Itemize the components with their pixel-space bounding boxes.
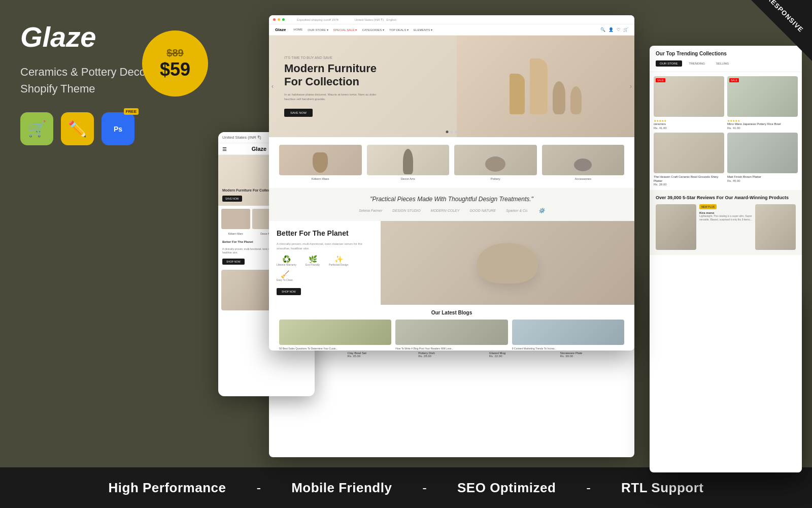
dp2-product-price-4: Rs. 45.00 bbox=[727, 179, 798, 182]
cat-pottery: Pottery bbox=[454, 145, 537, 180]
blog-item-2: How To Write A Blog Post Your Readers Wi… bbox=[395, 320, 507, 351]
blog-text-1: 50 Best Sales Questions To Determine You… bbox=[279, 347, 391, 351]
hero-prev-arrow[interactable]: ‹ bbox=[272, 83, 274, 90]
price-new: $59 bbox=[160, 59, 190, 80]
cat-kitbern-ware: Kitbern Ware bbox=[279, 145, 362, 180]
desktop-nav-items: HOME OUR STORE ▾ SPECIAL SALE ▾ CATEGORI… bbox=[293, 28, 432, 31]
split-left: Better For The Planet A clinically-prove… bbox=[269, 221, 381, 305]
dp2-stars-2: ★★★★★ bbox=[727, 119, 798, 122]
dp2-tab-selling[interactable]: SELLING bbox=[712, 60, 733, 67]
split-right bbox=[381, 221, 634, 305]
testimonial-brands: Selena Farmer DESIGN STUDIO MODERN COLEY… bbox=[279, 208, 624, 213]
dp2-product-name-3: The Heaven Craft Ceramic Bowl Grounds Sh… bbox=[654, 175, 724, 183]
nav-categories[interactable]: CATEGORIES ▾ bbox=[362, 28, 384, 31]
dp2-product-price-3: Rs. 28.00 bbox=[654, 183, 724, 186]
nav-user-icon[interactable]: 👤 bbox=[608, 27, 614, 32]
dp2-tab-trending[interactable]: TRENDING bbox=[685, 60, 709, 67]
dp3-product-price-3: Rs. 28.00 bbox=[418, 355, 485, 358]
mobile-hero-content: Modern Furniture For Collection SAVE NOW bbox=[222, 188, 277, 202]
dp2-header: Our Top Trending Collections OUR STORE T… bbox=[650, 46, 802, 72]
dp3-product-price-4: Rs. 22.00 bbox=[489, 355, 556, 358]
dp2-product-img-1: SALE bbox=[654, 76, 724, 117]
pitcher-2 bbox=[530, 58, 548, 114]
desktop-hero: IT'S TIME TO BUY AND SAVE Modern Furnitu… bbox=[269, 36, 634, 137]
desktop-split: Better For The Planet A clinically-prove… bbox=[269, 221, 634, 305]
bowl-1 bbox=[485, 156, 505, 172]
dp2-product-4: Matt Finish Brown Platter Rs. 45.00 bbox=[727, 133, 798, 186]
cat-img-4 bbox=[542, 145, 625, 175]
nav-search-icon[interactable]: 🔍 bbox=[600, 27, 605, 32]
eco-label: Eco-Friendly bbox=[306, 263, 320, 266]
split-title: Better For The Planet bbox=[277, 229, 373, 238]
mobile-category-1 bbox=[221, 209, 250, 229]
bottom-bar: High Performance - Mobile Friendly - SEO… bbox=[0, 467, 812, 508]
dot-2 bbox=[451, 131, 453, 133]
dp2-products: SALE ★★★★★ ceramics Rs. 41.00 SALE ★★★★★… bbox=[650, 72, 802, 190]
dp2-product-img-4 bbox=[727, 133, 798, 173]
desktop-nav: Glaze HOME OUR STORE ▾ SPECIAL SALE ▾ CA… bbox=[269, 24, 634, 36]
lifetime-label: Lifetime Warranty bbox=[277, 263, 296, 266]
split-desc: A clinically-proven, multi-functional, t… bbox=[277, 242, 373, 251]
dp2-tabs: OUR STORE TRENDING SELLING bbox=[656, 60, 796, 67]
desktop-nav-actions: 🔍 👤 ♡ 🛒 bbox=[600, 27, 628, 32]
nav-home[interactable]: HOME bbox=[293, 28, 302, 31]
feature-design: ✨ Perfected Design bbox=[329, 255, 348, 266]
sale-badge-1: SALE bbox=[656, 78, 665, 82]
price-old: $89 bbox=[166, 47, 183, 59]
cat-img-3 bbox=[454, 145, 537, 175]
left-info-panel: Glaze Ceramics & Pottery Decor Shopify T… bbox=[20, 20, 149, 145]
hamburger-icon: ☰ bbox=[222, 146, 227, 152]
free-badge: FREE bbox=[124, 108, 139, 115]
brand-5: Sparker & Co. bbox=[506, 209, 528, 212]
split-icons: ♻️ Lifetime Warranty 🌿 Eco-Friendly ✨ Pe… bbox=[277, 255, 373, 281]
brand-subtitle: Ceramics & Pottery Decor Shopify Theme bbox=[20, 64, 149, 97]
feature-eco: 🌿 Eco-Friendly bbox=[306, 255, 320, 266]
nav-top-deals[interactable]: TOP DEALS ▾ bbox=[389, 28, 409, 31]
dot-yellow bbox=[278, 18, 280, 21]
desktop-preview-2: Our Top Trending Collections OUR STORE T… bbox=[650, 46, 802, 472]
review-product-img-2 bbox=[755, 204, 796, 250]
dot-1 bbox=[446, 131, 449, 133]
vase-1 bbox=[313, 152, 328, 173]
hero-next-arrow[interactable]: › bbox=[630, 83, 632, 90]
dp2-product-name-2: Mino Ware Japanese Pottery Rice Bowl bbox=[727, 122, 798, 126]
nav-our-store[interactable]: OUR STORE ▾ bbox=[308, 28, 328, 31]
design-label: Perfected Design bbox=[329, 263, 348, 266]
split-button[interactable]: SHOP NOW bbox=[277, 288, 301, 295]
blog-img-3 bbox=[512, 320, 624, 345]
dp2-product-2: SALE ★★★★★ Mino Ware Japanese Pottery Ri… bbox=[727, 76, 798, 130]
nav-cart-icon[interactable]: 🛒 bbox=[623, 27, 628, 32]
mobile-shop-button[interactable]: SHOP NOW bbox=[222, 259, 245, 265]
feature-mobile-friendly: Mobile Friendly bbox=[291, 480, 392, 496]
review-title: Over 39,000 5-Star Reviews For Our Award… bbox=[656, 195, 796, 201]
dp3-product-price-5: Rs. 38.00 bbox=[560, 355, 627, 358]
desktop-hero-button[interactable]: SAVE NOW bbox=[284, 109, 313, 117]
sep-1: - bbox=[256, 480, 261, 496]
dp2-review-section: Over 39,000 5-Star Reviews For Our Award… bbox=[650, 190, 802, 255]
desktop-hero-image bbox=[457, 36, 634, 137]
feature-lifetime: ♻️ Lifetime Warranty bbox=[277, 255, 296, 266]
price-badge: $89 $59 bbox=[142, 30, 208, 97]
nav-wishlist-icon[interactable]: ♡ bbox=[617, 27, 620, 32]
desktop-nav-brand: Glaze bbox=[275, 27, 286, 32]
blog-item-3: 9 Content Marketing Trends To Increa... bbox=[512, 320, 624, 351]
brand-3: MODERN COLEY bbox=[431, 209, 460, 212]
dot-3 bbox=[455, 131, 458, 133]
cat-label-1: Kitbern Ware bbox=[279, 177, 362, 180]
dp2-tab-our-store[interactable]: OUR STORE bbox=[656, 60, 682, 67]
platform-icons: 🛒 ✏️ Ps FREE bbox=[20, 112, 149, 145]
mobile-brand: Glaze bbox=[252, 146, 266, 152]
desktop-topbar: Expedited shipping cutoff 1578 United St… bbox=[269, 15, 634, 24]
desktop-preview-main: Expedited shipping cutoff 1578 United St… bbox=[269, 15, 634, 351]
dp2-stars-1: ★★★★★ bbox=[654, 119, 724, 122]
dp2-product-price-2: Rs. 41.00 bbox=[727, 126, 798, 130]
desktop-hero-desc: In ac habitasse platea dictumst. Mauris … bbox=[284, 92, 386, 102]
brand-1: Selena Farmer bbox=[359, 209, 382, 212]
shopify-icon: 🛒 bbox=[20, 112, 53, 145]
mobile-save-button[interactable]: SAVE NOW bbox=[222, 196, 242, 202]
sep-3: - bbox=[586, 480, 591, 496]
sep-2: - bbox=[422, 480, 427, 496]
nav-elements[interactable]: ELEMENTS ▾ bbox=[414, 28, 432, 31]
previews-area: United States (INR ₹) English ☰ Glaze 🔍 … bbox=[218, 15, 802, 462]
nav-special[interactable]: SPECIAL SALE ▾ bbox=[333, 28, 357, 31]
